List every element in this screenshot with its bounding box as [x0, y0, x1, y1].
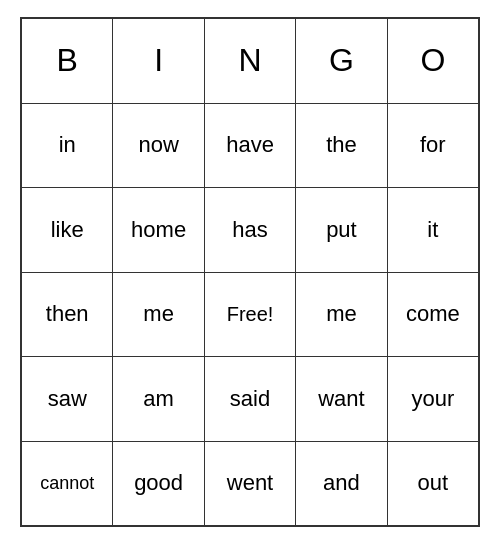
cell-1-3[interactable]: have: [205, 104, 296, 188]
header-o: O: [388, 19, 478, 103]
cell-2-1[interactable]: like: [22, 188, 113, 272]
cell-5-5[interactable]: out: [388, 442, 478, 526]
cell-4-5[interactable]: your: [388, 357, 478, 441]
cell-3-2[interactable]: me: [113, 273, 204, 357]
cell-3-1[interactable]: then: [22, 273, 113, 357]
cell-1-1[interactable]: in: [22, 104, 113, 188]
cell-2-5[interactable]: it: [388, 188, 478, 272]
cell-2-3[interactable]: has: [205, 188, 296, 272]
row-1: in now have the for: [22, 104, 478, 189]
cell-4-1[interactable]: saw: [22, 357, 113, 441]
cell-2-4[interactable]: put: [296, 188, 387, 272]
header-i: I: [113, 19, 204, 103]
cell-4-4[interactable]: want: [296, 357, 387, 441]
cell-5-4[interactable]: and: [296, 442, 387, 526]
cell-1-2[interactable]: now: [113, 104, 204, 188]
bingo-card: B I N G O in now have the for: [20, 17, 480, 527]
cell-3-3-free[interactable]: Free!: [205, 273, 296, 357]
cell-3-5[interactable]: come: [388, 273, 478, 357]
cell-1-4[interactable]: the: [296, 104, 387, 188]
cell-1-5[interactable]: for: [388, 104, 478, 188]
cell-2-2[interactable]: home: [113, 188, 204, 272]
header-g: G: [296, 19, 387, 103]
cell-4-3[interactable]: said: [205, 357, 296, 441]
row-4: saw am said want your: [22, 357, 478, 442]
row-3: then me Free! me come: [22, 273, 478, 358]
cell-5-1[interactable]: cannot: [22, 442, 113, 526]
cell-5-2[interactable]: good: [113, 442, 204, 526]
header-row: B I N G O: [22, 19, 478, 104]
header-b: B: [22, 19, 113, 103]
cell-5-3[interactable]: went: [205, 442, 296, 526]
row-5: cannot good went and out: [22, 442, 478, 526]
header-n: N: [205, 19, 296, 103]
cell-3-4[interactable]: me: [296, 273, 387, 357]
cell-4-2[interactable]: am: [113, 357, 204, 441]
row-2: like home has put it: [22, 188, 478, 273]
